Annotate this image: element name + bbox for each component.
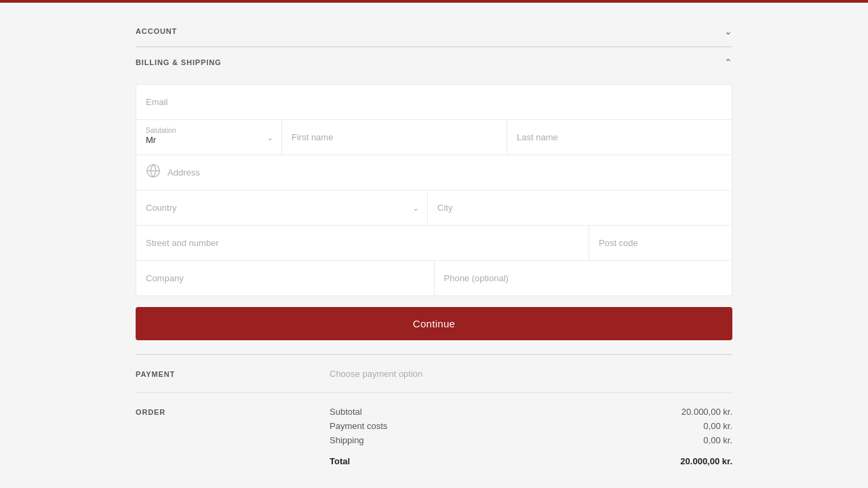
account-title: ACCOUNT bbox=[136, 27, 177, 35]
subtotal-value: 20.000,00 kr. bbox=[682, 407, 732, 417]
shipping-label: Shipping bbox=[330, 435, 364, 445]
billing-form: Salutation Mr Mrs Ms Dr ⌄ bbox=[136, 84, 732, 296]
total-line: Total 20.000,00 kr. bbox=[330, 452, 732, 466]
email-field-container bbox=[136, 85, 732, 119]
country-field-container: Country ⌄ bbox=[136, 190, 428, 225]
continue-button[interactable]: Continue bbox=[136, 307, 732, 340]
address-row bbox=[136, 155, 732, 190]
order-section: ORDER Subtotal 20.000,00 kr. Payment cos… bbox=[136, 392, 732, 484]
name-row: Salutation Mr Mrs Ms Dr ⌄ bbox=[136, 120, 732, 155]
company-phone-row bbox=[136, 261, 732, 296]
street-postcode-row bbox=[136, 226, 732, 261]
street-field bbox=[136, 226, 589, 260]
payment-costs-value: 0,00 kr. bbox=[703, 421, 732, 431]
payment-costs-label: Payment costs bbox=[330, 421, 387, 431]
subtotal-label: Subtotal bbox=[330, 407, 362, 417]
phone-field bbox=[435, 261, 732, 296]
payment-label: PAYMENT bbox=[136, 369, 319, 378]
billing-shipping-chevron: ⌃ bbox=[724, 57, 732, 68]
first-name-field bbox=[282, 120, 507, 155]
city-field bbox=[428, 190, 732, 225]
city-input[interactable] bbox=[428, 190, 732, 225]
total-label: Total bbox=[330, 456, 350, 466]
salutation-field-container: Salutation Mr Mrs Ms Dr ⌄ bbox=[136, 120, 282, 155]
postcode-input[interactable] bbox=[589, 226, 732, 260]
postcode-field bbox=[589, 226, 732, 260]
address-field-inner bbox=[167, 155, 722, 190]
payment-option-text: Choose payment option bbox=[330, 369, 422, 379]
email-row bbox=[136, 85, 732, 120]
phone-input[interactable] bbox=[435, 261, 732, 296]
order-label: ORDER bbox=[136, 407, 319, 416]
first-name-input[interactable] bbox=[282, 120, 507, 155]
email-input[interactable] bbox=[136, 85, 732, 119]
street-input[interactable] bbox=[136, 226, 589, 260]
account-section: ACCOUNT ⌄ bbox=[136, 16, 732, 47]
total-value: 20.000,00 kr. bbox=[680, 456, 732, 466]
company-field bbox=[136, 261, 435, 296]
account-header[interactable]: ACCOUNT ⌄ bbox=[136, 16, 732, 47]
payment-section: PAYMENT Choose payment option bbox=[136, 354, 732, 392]
salutation-select[interactable]: Mr Mrs Ms Dr bbox=[136, 120, 281, 152]
order-details: Subtotal 20.000,00 kr. Payment costs 0,0… bbox=[330, 407, 732, 470]
address-input[interactable] bbox=[167, 155, 722, 190]
last-name-field bbox=[507, 120, 732, 155]
address-globe-icon bbox=[146, 163, 161, 182]
billing-shipping-section: BILLING & SHIPPING ⌃ Salutation Mr Mrs M… bbox=[136, 47, 732, 354]
order-row: ORDER Subtotal 20.000,00 kr. Payment cos… bbox=[136, 407, 732, 470]
country-select[interactable]: Country bbox=[136, 190, 427, 225]
company-input[interactable] bbox=[136, 261, 434, 296]
shipping-line: Shipping 0,00 kr. bbox=[330, 435, 732, 445]
billing-shipping-title: BILLING & SHIPPING bbox=[136, 58, 221, 66]
account-chevron: ⌄ bbox=[724, 26, 732, 37]
payment-row: PAYMENT Choose payment option bbox=[136, 369, 732, 379]
last-name-input[interactable] bbox=[507, 120, 732, 155]
billing-shipping-header[interactable]: BILLING & SHIPPING ⌃ bbox=[136, 47, 732, 77]
payment-costs-line: Payment costs 0,00 kr. bbox=[330, 421, 732, 431]
shipping-value: 0,00 kr. bbox=[703, 435, 732, 445]
subtotal-line: Subtotal 20.000,00 kr. bbox=[330, 407, 732, 417]
country-city-row: Country ⌄ bbox=[136, 190, 732, 226]
